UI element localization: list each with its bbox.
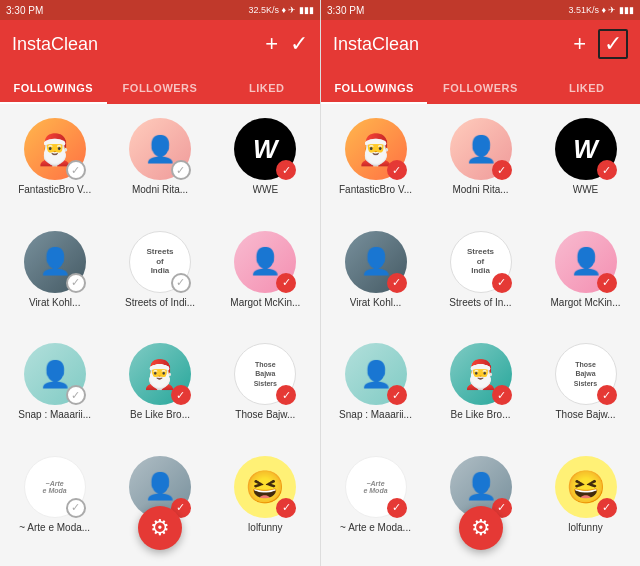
item-name: Margot McKin... <box>230 297 300 308</box>
avatar-container: 🎅✓ <box>24 118 86 180</box>
check-badge[interactable]: ✓ <box>597 273 617 293</box>
list-item[interactable]: ThoseBajwaSisters✓Those Bajw... <box>535 337 636 446</box>
list-item[interactable]: ~Artee Moda✓~ Arte e Moda... <box>4 450 105 559</box>
list-item[interactable]: 🎅✓FantasticBro V... <box>4 112 105 221</box>
confirm-icon[interactable]: ✓ <box>290 33 308 55</box>
check-badge[interactable]: ✓ <box>597 160 617 180</box>
list-item[interactable]: 👤✓Modni Rita... <box>109 112 210 221</box>
item-name: Virat Kohl... <box>29 297 81 308</box>
list-item[interactable]: StreetsofIndia✓Streets of In... <box>430 225 531 334</box>
list-item[interactable]: ThoseBajwaSisters✓Those Bajw... <box>215 337 316 446</box>
list-item[interactable]: 🎅✓Be Like Bro... <box>430 337 531 446</box>
settings-fab[interactable]: ⚙ <box>138 506 182 550</box>
item-name: Streets of Indi... <box>125 297 195 308</box>
avatar-container: 😆✓ <box>234 456 296 518</box>
check-badge[interactable]: ✓ <box>171 385 191 405</box>
avatar-container: 👤✓ <box>24 231 86 293</box>
avatar-container: 🎅✓ <box>450 343 512 405</box>
list-item[interactable]: 😆✓lolfunny <box>535 450 636 559</box>
tabs: FOLLOWINGSFOLLOWERSLIKED <box>0 68 320 104</box>
followings-grid: 🎅✓FantasticBro V...👤✓Modni Rita...W✓WWE👤… <box>321 104 640 566</box>
check-badge[interactable]: ✓ <box>492 385 512 405</box>
avatar-container: ThoseBajwaSisters✓ <box>555 343 617 405</box>
avatar-container: 👤✓ <box>129 118 191 180</box>
check-badge[interactable]: ✓ <box>597 498 617 518</box>
check-badge[interactable]: ✓ <box>276 385 296 405</box>
check-badge[interactable]: ✓ <box>66 160 86 180</box>
add-icon[interactable]: + <box>573 33 586 55</box>
followings-grid: 🎅✓FantasticBro V...👤✓Modni Rita...W✓WWE👤… <box>0 104 320 566</box>
app-bar-actions: + ✓ <box>573 29 628 59</box>
tab-followings[interactable]: FOLLOWINGS <box>0 82 107 104</box>
status-time: 3:30 PM <box>6 5 43 16</box>
check-badge[interactable]: ✓ <box>171 273 191 293</box>
tab-liked[interactable]: LIKED <box>534 82 640 104</box>
check-badge[interactable]: ✓ <box>66 498 86 518</box>
app-bar: InstaClean + ✓ <box>321 20 640 68</box>
check-badge[interactable]: ✓ <box>387 385 407 405</box>
item-name: WWE <box>573 184 599 195</box>
list-item[interactable]: 👤✓Margot McKin... <box>535 225 636 334</box>
confirm-icon[interactable]: ✓ <box>598 29 628 59</box>
list-item[interactable]: 👤✓Modni Rita... <box>430 112 531 221</box>
list-item[interactable]: W✓WWE <box>215 112 316 221</box>
list-item[interactable]: 👤✓Snap : Maaarii... <box>4 337 105 446</box>
list-item[interactable]: StreetsofIndia✓Streets of Indi... <box>109 225 210 334</box>
list-item[interactable]: ~Artee Moda✓~ Arte e Moda... <box>325 450 426 559</box>
tabs: FOLLOWINGSFOLLOWERSLIKED <box>321 68 640 104</box>
panel-right: 3:30 PM 3.51K/s ♦ ✈ ▮▮▮ InstaClean + ✓ F… <box>320 0 640 566</box>
list-item[interactable]: 🎅✓Be Like Bro... <box>109 337 210 446</box>
check-badge[interactable]: ✓ <box>276 498 296 518</box>
check-badge[interactable]: ✓ <box>276 273 296 293</box>
item-name: lolfunny <box>248 522 282 533</box>
list-item[interactable]: 👤✓Margot McKin... <box>215 225 316 334</box>
avatar-container: 👤✓ <box>345 231 407 293</box>
list-item[interactable]: 👤✓Virat Kohl... <box>325 225 426 334</box>
item-name: Virat Kohl... <box>350 297 402 308</box>
avatar-container: ThoseBajwaSisters✓ <box>234 343 296 405</box>
list-item[interactable]: W✓WWE <box>535 112 636 221</box>
tab-followers[interactable]: FOLLOWERS <box>107 82 214 104</box>
settings-fab[interactable]: ⚙ <box>459 506 503 550</box>
avatar-container: 🎅✓ <box>129 343 191 405</box>
list-item[interactable]: 🎅✓FantasticBro V... <box>325 112 426 221</box>
item-name: ~ Arte e Moda... <box>340 522 411 533</box>
list-item[interactable]: 👤✓Snap : Maaarii... <box>325 337 426 446</box>
check-badge[interactable]: ✓ <box>387 160 407 180</box>
tab-followings[interactable]: FOLLOWINGS <box>321 82 427 104</box>
check-badge[interactable]: ✓ <box>171 160 191 180</box>
item-name: FantasticBro V... <box>18 184 91 195</box>
add-icon[interactable]: + <box>265 33 278 55</box>
app-bar: InstaClean + ✓ <box>0 20 320 68</box>
item-name: Snap : Maaarii... <box>18 409 91 420</box>
status-bar: 3:30 PM 32.5K/s ♦ ✈ ▮▮▮ <box>0 0 320 20</box>
check-badge[interactable]: ✓ <box>66 273 86 293</box>
avatar-container: StreetsofIndia✓ <box>450 231 512 293</box>
check-badge[interactable]: ✓ <box>387 498 407 518</box>
item-name: Margot McKin... <box>550 297 620 308</box>
item-name: Snap : Maaarii... <box>339 409 412 420</box>
avatar-container: 🎅✓ <box>345 118 407 180</box>
check-badge[interactable]: ✓ <box>492 273 512 293</box>
avatar-container: ~Artee Moda✓ <box>24 456 86 518</box>
avatar-container: 👤✓ <box>24 343 86 405</box>
status-time: 3:30 PM <box>327 5 364 16</box>
tab-liked[interactable]: LIKED <box>213 82 320 104</box>
avatar-container: 👤✓ <box>555 231 617 293</box>
tab-followers[interactable]: FOLLOWERS <box>427 82 533 104</box>
check-badge[interactable]: ✓ <box>492 160 512 180</box>
app-title: InstaClean <box>333 34 419 55</box>
check-badge[interactable]: ✓ <box>276 160 296 180</box>
avatar-container: ~Artee Moda✓ <box>345 456 407 518</box>
list-item[interactable]: 👤✓Virat Kohl... <box>4 225 105 334</box>
check-badge[interactable]: ✓ <box>387 273 407 293</box>
list-item[interactable]: 😆✓lolfunny <box>215 450 316 559</box>
avatar-container: 👤✓ <box>234 231 296 293</box>
check-badge[interactable]: ✓ <box>66 385 86 405</box>
app-bar-actions: + ✓ <box>265 33 308 55</box>
avatar-container: W✓ <box>234 118 296 180</box>
item-name: Be Like Bro... <box>130 409 190 420</box>
item-name: FantasticBro V... <box>339 184 412 195</box>
item-name: ~ Arte e Moda... <box>19 522 90 533</box>
check-badge[interactable]: ✓ <box>597 385 617 405</box>
